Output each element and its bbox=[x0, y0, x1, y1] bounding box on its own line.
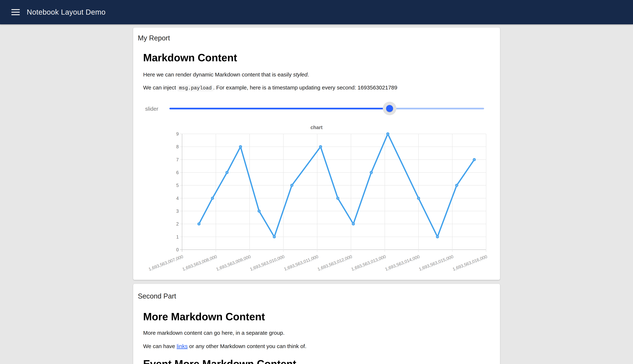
svg-text:1,693,563,007,000: 1,693,563,007,000 bbox=[148, 254, 184, 272]
second-card: Second Part More Markdown Content More m… bbox=[133, 284, 500, 364]
paragraph-text: We can have bbox=[143, 343, 177, 349]
svg-text:1,693,563,008,000: 1,693,563,008,000 bbox=[181, 254, 218, 272]
report-card-title: My Report bbox=[138, 34, 170, 42]
svg-text:1,693,563,012,000: 1,693,563,012,000 bbox=[317, 254, 353, 272]
paragraph-text: or any other Markdown content you can th… bbox=[187, 343, 306, 349]
hamburger-icon bbox=[11, 14, 20, 15]
svg-text:0: 0 bbox=[176, 247, 179, 252]
svg-text:1,693,563,014,000: 1,693,563,014,000 bbox=[384, 254, 420, 272]
svg-text:3: 3 bbox=[176, 208, 179, 214]
slider-knob[interactable] bbox=[386, 105, 393, 112]
timestamp-value: 1693563021789 bbox=[357, 84, 397, 90]
emphasized-text: styled bbox=[293, 72, 307, 78]
paragraph-text: . For example, here is a timestamp updat… bbox=[213, 84, 358, 90]
svg-text:1,693,563,013,000: 1,693,563,013,000 bbox=[350, 254, 386, 272]
svg-text:8: 8 bbox=[176, 144, 179, 149]
svg-text:1,693,563,016,000: 1,693,563,016,000 bbox=[452, 254, 488, 272]
app-header: Notebook Layout Demo bbox=[0, 0, 633, 24]
menu-button[interactable] bbox=[11, 8, 20, 17]
second-card-title: Second Part bbox=[138, 292, 176, 300]
markdown-heading-cutoff: Event More Markdown Content bbox=[143, 358, 296, 364]
line-chart: 01234567891,693,563,007,0001,693,563,008… bbox=[133, 130, 500, 280]
svg-text:1,693,563,015,000: 1,693,563,015,000 bbox=[418, 254, 454, 272]
paragraph-more: More markdown content can go here, in a … bbox=[143, 330, 285, 336]
report-card: My Report Markdown Content Here we can r… bbox=[133, 28, 500, 280]
svg-text:1,693,563,011,000: 1,693,563,011,000 bbox=[283, 254, 319, 272]
svg-text:1,693,563,010,000: 1,693,563,010,000 bbox=[249, 254, 285, 272]
svg-text:4: 4 bbox=[176, 196, 179, 201]
paragraph-text: We can inject bbox=[143, 84, 178, 90]
paragraph-text: . bbox=[308, 72, 309, 78]
svg-text:5: 5 bbox=[176, 183, 179, 188]
svg-text:1: 1 bbox=[176, 234, 179, 240]
slider-label: slider bbox=[145, 106, 158, 112]
paragraph-text: Here we can render dynamic Markdown cont… bbox=[143, 72, 293, 78]
svg-text:6: 6 bbox=[176, 170, 179, 175]
markdown-heading: More Markdown Content bbox=[143, 310, 265, 323]
paragraph-timestamp: We can inject msg.payload. For example, … bbox=[143, 84, 397, 91]
inline-code: msg.payload bbox=[177, 85, 213, 92]
paragraph-styled: Here we can render dynamic Markdown cont… bbox=[143, 72, 309, 78]
slider-fill bbox=[169, 108, 390, 110]
svg-text:2: 2 bbox=[176, 221, 179, 226]
app-title: Notebook Layout Demo bbox=[27, 8, 106, 16]
svg-text:1,693,563,009,000: 1,693,563,009,000 bbox=[216, 254, 252, 272]
paragraph-links: We can have links or any other Markdown … bbox=[143, 343, 307, 349]
hamburger-icon bbox=[11, 9, 20, 10]
chart-title: chart bbox=[133, 125, 500, 130]
slider-track[interactable] bbox=[169, 102, 484, 115]
page: My Report Markdown Content Here we can r… bbox=[133, 24, 500, 364]
slider-row: slider bbox=[133, 102, 500, 115]
svg-text:9: 9 bbox=[176, 131, 179, 136]
markdown-heading: Markdown Content bbox=[143, 52, 237, 64]
hamburger-icon bbox=[11, 12, 20, 12]
svg-text:7: 7 bbox=[176, 157, 179, 162]
links-link[interactable]: links bbox=[176, 343, 187, 349]
